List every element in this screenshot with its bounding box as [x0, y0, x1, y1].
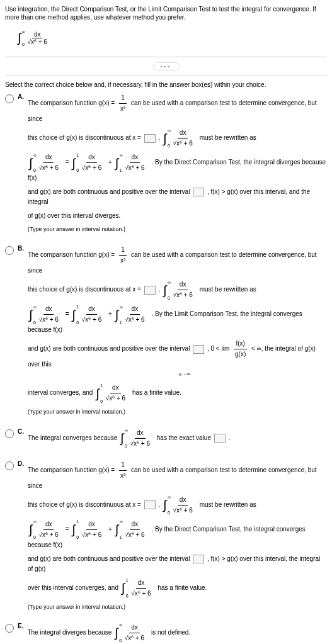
input-box[interactable]	[144, 286, 156, 295]
label-d: D.	[18, 460, 24, 467]
input-box[interactable]	[193, 188, 204, 196]
label-a: A.	[18, 93, 24, 100]
choice-e-body: The integral diverges because ∫∞0dx√x⁶ +…	[27, 623, 327, 644]
ellipsis-button[interactable]: •••	[153, 62, 180, 71]
divider	[5, 57, 327, 57]
choice-d-body: The comparison function g(x) = 1x³ can b…	[28, 460, 327, 615]
main-integral: ∫∞0 dx√x⁶ + 6	[18, 31, 51, 45]
input-box[interactable]	[144, 134, 156, 143]
choice-c-body: The integral converges because ∫∞0dx√x⁶ …	[28, 428, 327, 453]
question-text: Use integration, the Direct Comparison T…	[5, 5, 327, 21]
radio-a[interactable]	[5, 94, 14, 103]
choice-d: D. The comparison function g(x) = 1x³ ca…	[5, 460, 327, 615]
radio-c[interactable]	[5, 429, 14, 438]
radio-e[interactable]	[5, 624, 14, 633]
divider	[5, 76, 327, 76]
select-instruction: Select the correct choice below and, if …	[5, 81, 327, 88]
input-box[interactable]	[193, 555, 204, 563]
input-box[interactable]	[214, 434, 226, 443]
radio-b[interactable]	[5, 246, 14, 255]
choice-e: E. The integral diverges because ∫∞0dx√x…	[5, 623, 327, 644]
choice-a-body: The comparison function g(x) = 1x³ can b…	[28, 93, 327, 237]
label-c: C.	[18, 428, 24, 435]
label-b: B.	[18, 245, 24, 252]
choice-a: A. The comparison function g(x) = 1x³ ca…	[5, 93, 327, 237]
label-e: E.	[18, 623, 23, 630]
radio-d[interactable]	[5, 461, 14, 470]
input-box[interactable]	[144, 500, 156, 509]
choice-b-body: The comparison function g(x) = 1x³ can b…	[28, 245, 327, 420]
choice-c: C. The integral converges because ∫∞0dx√…	[5, 428, 327, 453]
choice-b: B. The comparison function g(x) = 1x³ ca…	[5, 245, 327, 420]
input-box[interactable]	[193, 345, 204, 354]
